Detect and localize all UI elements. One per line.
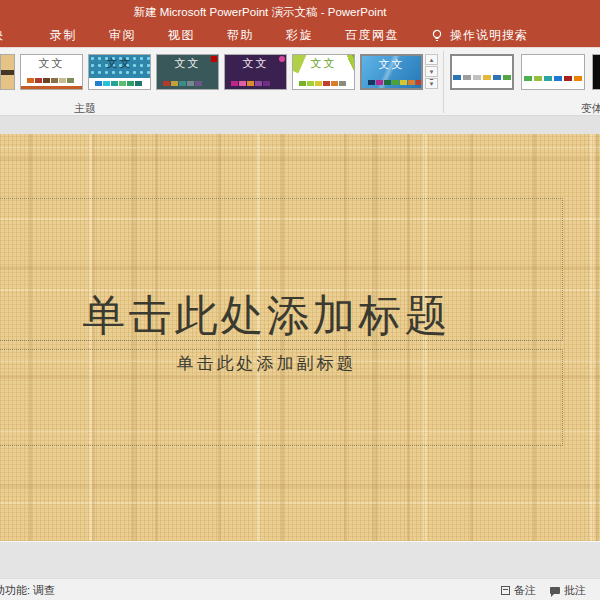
ribbon-tab-彩旋[interactable]: 彩旋 bbox=[286, 27, 313, 44]
swatch bbox=[400, 80, 407, 85]
theme-green-facet[interactable]: 文文 bbox=[292, 54, 355, 90]
swatch bbox=[483, 75, 491, 80]
swatch bbox=[299, 81, 306, 86]
gallery-more-button[interactable]: ▾ bbox=[425, 78, 438, 89]
lightbulb-icon bbox=[431, 29, 443, 43]
status-bar: 助功能: 调查 备注 批注 bbox=[0, 578, 600, 600]
notes-button[interactable]: 备注 bbox=[501, 583, 536, 598]
theme-accent-bar bbox=[1, 70, 14, 75]
swatch bbox=[323, 81, 330, 86]
swatch bbox=[376, 80, 383, 85]
swatch bbox=[368, 80, 375, 85]
theme-corner-accent bbox=[279, 56, 285, 62]
title-placeholder[interactable]: 单击此处添加标题 bbox=[0, 198, 563, 341]
subtitle-placeholder-text: 单击此处添加副标题 bbox=[177, 352, 357, 375]
theme-sample-text: 文文 bbox=[21, 58, 82, 69]
swatch bbox=[35, 78, 42, 83]
theme-bottom-bar bbox=[21, 86, 82, 89]
ribbon-tab-百度网盘[interactable]: 百度网盘 bbox=[345, 27, 399, 44]
variant-1[interactable] bbox=[450, 54, 514, 90]
subtitle-placeholder[interactable]: 单击此处添加副标题 bbox=[0, 349, 563, 446]
swatch bbox=[111, 81, 118, 86]
theme-sample-text: 文文 bbox=[89, 58, 150, 69]
accessibility-status[interactable]: 助功能: 调查 bbox=[0, 583, 55, 598]
theme-dark-purple[interactable]: 文文 bbox=[224, 54, 287, 90]
theme-current-burlap[interactable] bbox=[0, 54, 15, 90]
notes-label: 备注 bbox=[514, 583, 536, 598]
theme-blue-pattern[interactable]: 文文 bbox=[88, 54, 151, 90]
swatch bbox=[195, 81, 202, 86]
swatch bbox=[315, 81, 322, 86]
swatch bbox=[524, 76, 532, 81]
swatch bbox=[331, 81, 338, 86]
themes-group-label: 主题 bbox=[74, 101, 96, 116]
gallery-scroll-controls: ▴ ▾ ▾ bbox=[425, 54, 438, 89]
swatch bbox=[171, 81, 178, 86]
theme-sample-text: 文文 bbox=[293, 58, 354, 69]
title-placeholder-text: 单击此处添加标题 bbox=[83, 293, 451, 338]
swatch bbox=[135, 81, 142, 86]
swatch bbox=[43, 78, 50, 83]
variants-group-label: 变体 bbox=[581, 101, 600, 116]
ribbon-tab-帮助[interactable]: 帮助 bbox=[227, 27, 254, 44]
swatch bbox=[51, 78, 58, 83]
comments-label: 批注 bbox=[564, 583, 586, 598]
tell-me-label: 操作说明搜索 bbox=[450, 27, 528, 44]
design-ribbon: 文文文文文文文文文文文文 ▴ ▾ ▾ 主题 变体 bbox=[0, 48, 600, 116]
theme-white-orange[interactable]: 文文 bbox=[20, 54, 83, 90]
swatch bbox=[564, 76, 572, 81]
swatch bbox=[247, 81, 254, 86]
ribbon-tab-录制[interactable]: 录制 bbox=[50, 27, 77, 44]
ribbon-tab-审阅[interactable]: 审阅 bbox=[109, 27, 136, 44]
theme-sample-text: 文文 bbox=[157, 58, 218, 69]
swatch bbox=[59, 78, 66, 83]
swatch bbox=[255, 81, 262, 86]
theme-sample-text: 文文 bbox=[362, 59, 421, 70]
swatch bbox=[95, 81, 102, 86]
swatch bbox=[239, 81, 246, 86]
swatch bbox=[503, 75, 511, 80]
app-titlebar: 新建 Microsoft PowerPoint 演示文稿 - PowerPoin… bbox=[0, 0, 600, 24]
variant-gallery bbox=[450, 54, 600, 90]
theme-color-swatches bbox=[368, 80, 423, 85]
ribbon-tab-视图[interactable]: 视图 bbox=[168, 27, 195, 44]
variant-2[interactable] bbox=[521, 54, 585, 90]
swatch bbox=[416, 80, 423, 85]
swatch bbox=[493, 75, 501, 80]
variant-color-swatches bbox=[524, 76, 582, 81]
swatch bbox=[103, 81, 110, 86]
swatch bbox=[554, 76, 562, 81]
swatch bbox=[307, 81, 314, 86]
gallery-scroll-up-button[interactable]: ▴ bbox=[425, 54, 438, 65]
swatch bbox=[339, 81, 346, 86]
swatch bbox=[163, 81, 170, 86]
swatch bbox=[27, 78, 34, 83]
swatch bbox=[231, 81, 238, 86]
comments-icon bbox=[550, 587, 560, 594]
powerpoint-window: 新建 Microsoft PowerPoint 演示文稿 - PowerPoin… bbox=[0, 0, 600, 600]
slide-canvas[interactable]: 单击此处添加标题 单击此处添加副标题 bbox=[0, 134, 600, 541]
swatch bbox=[384, 80, 391, 85]
swatch bbox=[119, 81, 126, 86]
ribbon-tab-bar: 映 录制审阅视图帮助彩旋百度网盘 操作说明搜索 bbox=[0, 24, 600, 48]
gallery-scroll-down-button[interactable]: ▾ bbox=[425, 66, 438, 77]
swatch bbox=[473, 75, 481, 80]
tell-me-search[interactable]: 操作说明搜索 bbox=[431, 27, 528, 44]
variant-color-swatches bbox=[453, 75, 511, 80]
theme-blue-gradient[interactable]: 文文 bbox=[360, 54, 423, 90]
window-title: 新建 Microsoft PowerPoint 演示文稿 - PowerPoin… bbox=[133, 5, 386, 20]
comments-button[interactable]: 批注 bbox=[550, 583, 586, 598]
swatch bbox=[408, 80, 415, 85]
variant-3[interactable] bbox=[592, 54, 600, 90]
ribbon-slide-gap bbox=[0, 116, 600, 134]
swatch bbox=[534, 76, 542, 81]
theme-color-swatches bbox=[299, 81, 346, 86]
theme-dark-teal[interactable]: 文文 bbox=[156, 54, 219, 90]
theme-color-swatches bbox=[95, 81, 142, 86]
swatch bbox=[179, 81, 186, 86]
ribbon-tab-clipped[interactable]: 映 bbox=[0, 24, 3, 47]
theme-color-swatches bbox=[231, 81, 270, 86]
swatch bbox=[463, 75, 471, 80]
swatch bbox=[392, 80, 399, 85]
swatch bbox=[453, 75, 461, 80]
